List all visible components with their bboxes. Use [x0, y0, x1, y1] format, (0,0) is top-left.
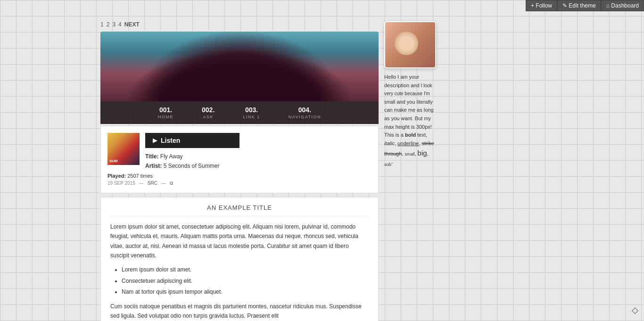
desc-bold: bold: [405, 132, 416, 138]
nav-label-link1: LINK 1: [243, 115, 260, 119]
main-wrapper: 1 2 3 4 NEXT 001. HOME 002. ASK: [0, 0, 644, 321]
nav-num-ask: 002.: [202, 106, 215, 114]
meta-row: 19 SEP 2015 — SRC — ⧉: [107, 181, 372, 186]
post-list: Lorem ipsum dolor sit amet. Consectetuer…: [122, 265, 369, 296]
nav-label-navigation: NAVIGATION: [289, 115, 321, 119]
right-sidebar: Hello I am your description and I look v…: [384, 21, 436, 321]
played-row: Played: 2507 times: [107, 173, 372, 179]
avatar: [384, 21, 436, 68]
post-card: AN EXAMPLE TITLE Lorem ipsum dolor sit a…: [100, 197, 379, 321]
follow-button[interactable]: + Follow: [526, 0, 557, 11]
meta-separator-2: —: [161, 181, 166, 186]
page-3[interactable]: 3: [112, 21, 116, 28]
artist-value: 5 Seconds of Summer: [164, 163, 220, 169]
nav-num-home: 001.: [159, 106, 172, 114]
post-paragraph-1: Lorem ipsum dolor sit amet, consectetuer…: [110, 222, 369, 261]
dashboard-button[interactable]: ⌂ Dashboard: [601, 0, 644, 11]
play-button-label: Listen: [161, 137, 180, 144]
nav-item-ask[interactable]: 002. ASK: [188, 104, 229, 121]
list-item: Nam at tortor quis ipsum tempor aliquet.: [122, 287, 369, 296]
list-item: Lorem ipsum dolor sit amet.: [122, 265, 369, 274]
music-card: ▶ Listen Title: Fly Away Artist: 5 Secon…: [100, 126, 379, 193]
desc-big: big: [418, 149, 427, 157]
nav-num-navigation: 004.: [298, 106, 311, 114]
desc-small-2: small: [405, 152, 414, 156]
content-area: 1 2 3 4 NEXT 001. HOME 002. ASK: [100, 21, 544, 321]
page-2[interactable]: 2: [107, 21, 110, 28]
nav-item-navigation[interactable]: 004. NAVIGATION: [274, 104, 335, 121]
played-value: 2507 times: [127, 173, 153, 179]
topbar: + Follow ✎ Edit theme ⌂ Dashboard: [526, 0, 644, 11]
player-controls: ▶ Listen Title: Fly Away Artist: 5 Secon…: [145, 133, 372, 171]
src-link[interactable]: SRC: [148, 181, 157, 186]
play-button[interactable]: ▶ Listen: [145, 133, 239, 148]
desc-italic: italic: [384, 140, 395, 146]
page-4[interactable]: 4: [118, 21, 122, 28]
desc-underline: underline: [397, 140, 419, 146]
desc-sub: sub: [384, 163, 391, 167]
post-body: Lorem ipsum dolor sit amet, consectetuer…: [110, 222, 369, 321]
pagination-next[interactable]: NEXT: [124, 21, 140, 28]
post-title: AN EXAMPLE TITLE: [110, 204, 369, 216]
nav-label-home: HOME: [158, 115, 173, 119]
post-paragraph-2: Cum sociis natoque penatibus et magnis d…: [110, 302, 369, 321]
nav-label-ask: ASK: [203, 115, 214, 119]
mountain-decoration-2: [128, 49, 351, 101]
pagination: 1 2 3 4 NEXT: [100, 21, 379, 28]
list-item: Consectetuer adipiscing elit.: [122, 276, 369, 286]
center-column: 1 2 3 4 NEXT 001. HOME 002. ASK: [100, 21, 379, 321]
play-icon: ▶: [153, 137, 157, 144]
nav-item-home[interactable]: 001. HOME: [144, 104, 188, 121]
header-banner: [100, 32, 379, 101]
page-1[interactable]: 1: [100, 21, 104, 28]
nav-item-link1[interactable]: 003. LINK 1: [229, 104, 274, 121]
nav-num-link1: 003.: [245, 106, 258, 114]
diamond-icon: ◇: [632, 305, 638, 315]
nav-bar: 001. HOME 002. ASK 003. LINK 1 004. NAVI…: [100, 101, 379, 124]
track-info: Title: Fly Away Artist: 5 Seconds of Sum…: [145, 152, 372, 171]
post-date: 19 SEP 2015: [107, 181, 135, 186]
album-art: [107, 133, 140, 165]
played-label: Played:: [107, 173, 126, 179]
description-box: Hello I am your description and I look v…: [384, 73, 436, 168]
meta-separator: —: [139, 181, 144, 186]
external-link-icon[interactable]: ⧉: [170, 181, 173, 186]
edit-theme-button[interactable]: ✎ Edit theme: [557, 0, 601, 11]
artist-label: Artist:: [145, 163, 162, 169]
music-player-row: ▶ Listen Title: Fly Away Artist: 5 Secon…: [107, 133, 372, 171]
title-value: Fly Away: [160, 153, 183, 160]
desc-small: I look very cute because I'm small: [384, 83, 432, 105]
title-label: Title:: [145, 153, 158, 160]
